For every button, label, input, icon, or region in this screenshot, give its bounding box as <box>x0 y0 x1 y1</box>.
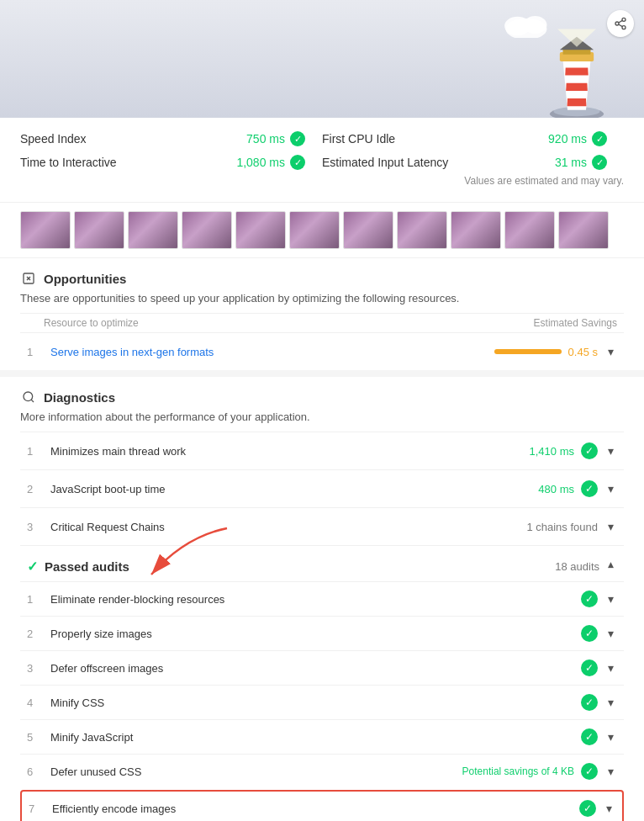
audit-num-1: 1 <box>27 593 44 606</box>
audit-label-7: Efficiently encode images <box>52 802 573 815</box>
diag-number-1: 1 <box>27 445 44 458</box>
filmstrip-frame <box>235 211 286 249</box>
audit-check-7: ✓ <box>579 800 596 817</box>
speed-index-value: 750 ms ✓ <box>246 131 305 146</box>
audit-check-3: ✓ <box>581 659 598 676</box>
opp-number-1: 1 <box>27 346 44 358</box>
tti-check: ✓ <box>290 155 305 170</box>
filmstrip-frame <box>504 211 555 249</box>
audit-check-4: ✓ <box>581 694 598 711</box>
audit-row-4: 4 Minify CSS ✓ ▾ <box>20 685 624 719</box>
tti-label: Time to Interactive <box>20 156 117 169</box>
diag-expand-3[interactable]: ▾ <box>604 518 617 535</box>
audit-expand-3[interactable]: ▾ <box>604 659 617 676</box>
audit-check-6: ✓ <box>581 763 598 780</box>
audit-num-4: 4 <box>27 697 44 709</box>
audit-expand-4[interactable]: ▾ <box>604 694 617 711</box>
passed-audits-collapse[interactable]: ▾ <box>604 558 617 575</box>
diag-row-3: 3 Critical Request Chains 1 chains found… <box>20 507 624 545</box>
section-divider-1 <box>0 370 644 377</box>
svg-line-13 <box>619 20 623 23</box>
metric-first-cpu-idle: First CPU Idle 920 ms ✓ <box>322 131 624 146</box>
opportunities-desc: These are opportunities to speed up your… <box>20 292 624 313</box>
svg-point-17 <box>24 392 33 401</box>
svg-point-11 <box>622 26 626 29</box>
filmstrip-frame <box>20 211 71 249</box>
diag-label-1: Minimizes main thread work <box>50 445 523 458</box>
diagnostics-icon <box>20 389 37 405</box>
opportunities-section: Opportunities These are opportunities to… <box>0 258 644 370</box>
input-latency-value: 31 ms ✓ <box>555 155 607 170</box>
audit-row-2: 2 Properly size images ✓ ▾ <box>20 616 624 650</box>
metric-input-latency: Estimated Input Latency 31 ms ✓ <box>322 155 624 170</box>
filmstrip-frame <box>74 211 124 249</box>
diag-expand-2[interactable]: ▾ <box>604 480 617 497</box>
metric-speed-index: Speed Index 750 ms ✓ <box>20 131 322 146</box>
audit-expand-5[interactable]: ▾ <box>604 728 617 745</box>
first-cpu-idle-label: First CPU Idle <box>322 132 395 146</box>
audit-savings-6: Potential savings of 4 KB <box>462 765 574 777</box>
first-cpu-idle-check: ✓ <box>592 131 607 146</box>
audit-row-7: 7 Efficiently encode images ✓ ▾ <box>20 790 624 821</box>
audit-expand-2[interactable]: ▾ <box>604 625 617 642</box>
audit-expand-7[interactable]: ▾ <box>603 800 615 817</box>
audit-num-6: 6 <box>27 765 44 778</box>
main-container: Speed Index 750 ms ✓ First CPU Idle 920 … <box>0 0 644 821</box>
share-icon <box>614 17 627 30</box>
filmstrip-frame <box>343 211 393 249</box>
diag-number-3: 3 <box>27 521 44 533</box>
audit-label-4: Minify CSS <box>50 697 574 709</box>
opp-expand-1[interactable]: ▾ <box>604 343 617 360</box>
filmstrip-frame <box>182 211 232 249</box>
column-savings: Estimated Savings <box>534 317 617 329</box>
metrics-grid: Speed Index 750 ms ✓ First CPU Idle 920 … <box>20 131 624 170</box>
audit-num-7: 7 <box>29 802 45 815</box>
diagnostics-desc: More information about the performance o… <box>20 410 624 432</box>
diag-check-2: ✓ <box>581 480 598 497</box>
hero-section <box>0 0 644 118</box>
svg-line-18 <box>31 400 34 402</box>
diagnostics-header: Diagnostics <box>20 377 624 410</box>
savings-value-1: 0.45 s <box>568 346 598 358</box>
diagnostics-section: Diagnostics More information about the p… <box>0 377 644 545</box>
audit-label-3: Defer offscreen images <box>50 662 574 675</box>
svg-marker-8 <box>557 29 596 47</box>
diagnostics-title: Diagnostics <box>44 390 115 405</box>
opportunities-title: Opportunities <box>44 272 126 286</box>
audit-label-6: Defer unused CSS <box>50 765 456 778</box>
svg-point-10 <box>615 22 619 25</box>
input-latency-check: ✓ <box>592 155 607 170</box>
audit-num-5: 5 <box>27 731 44 744</box>
audit-label-2: Properly size images <box>50 628 574 640</box>
filmstrip-frame <box>128 211 178 249</box>
passed-audits-checkmark: ✓ <box>27 559 38 575</box>
opp-savings-1: 0.45 s <box>494 346 598 358</box>
first-cpu-idle-value: 920 ms ✓ <box>548 131 607 146</box>
diag-check-1: ✓ <box>581 442 598 459</box>
diag-label-3: Critical Request Chains <box>50 521 520 533</box>
audit-check-1: ✓ <box>581 591 598 607</box>
passed-audits-header: ✓ Passed audits 18 audits ▾ <box>20 545 624 581</box>
svg-point-9 <box>622 18 626 21</box>
audit-num-2: 2 <box>27 628 44 640</box>
passed-audits-title: Passed audits <box>45 559 129 574</box>
passed-audits-section: ✓ Passed audits 18 audits ▾ 1 Eliminate … <box>0 545 644 821</box>
filmstrip-frame <box>451 211 501 249</box>
tti-value: 1,080 ms ✓ <box>236 155 305 170</box>
share-button[interactable] <box>607 10 634 37</box>
opp-label-1: Serve images in next-gen formats <box>50 346 488 358</box>
audit-row-6: 6 Defer unused CSS Potential savings of … <box>20 754 624 788</box>
audit-label-1: Eliminate render-blocking resources <box>50 593 574 606</box>
opportunities-table-header: Resource to optimize Estimated Savings <box>20 313 624 332</box>
diag-expand-1[interactable]: ▾ <box>604 442 617 459</box>
filmstrip-frame <box>558 211 609 249</box>
diag-row-2: 2 JavaScript boot-up time 480 ms ✓ ▾ <box>20 469 624 507</box>
diag-value-1: 1,410 ms <box>530 445 574 458</box>
audit-expand-1[interactable]: ▾ <box>604 591 617 607</box>
opportunities-icon <box>20 270 37 287</box>
speed-index-label: Speed Index <box>20 132 87 146</box>
diag-label-2: JavaScript boot-up time <box>50 483 531 495</box>
audit-label-5: Minify JavaScript <box>50 731 574 744</box>
metrics-section: Speed Index 750 ms ✓ First CPU Idle 920 … <box>0 118 644 203</box>
audit-expand-6[interactable]: ▾ <box>604 763 617 780</box>
